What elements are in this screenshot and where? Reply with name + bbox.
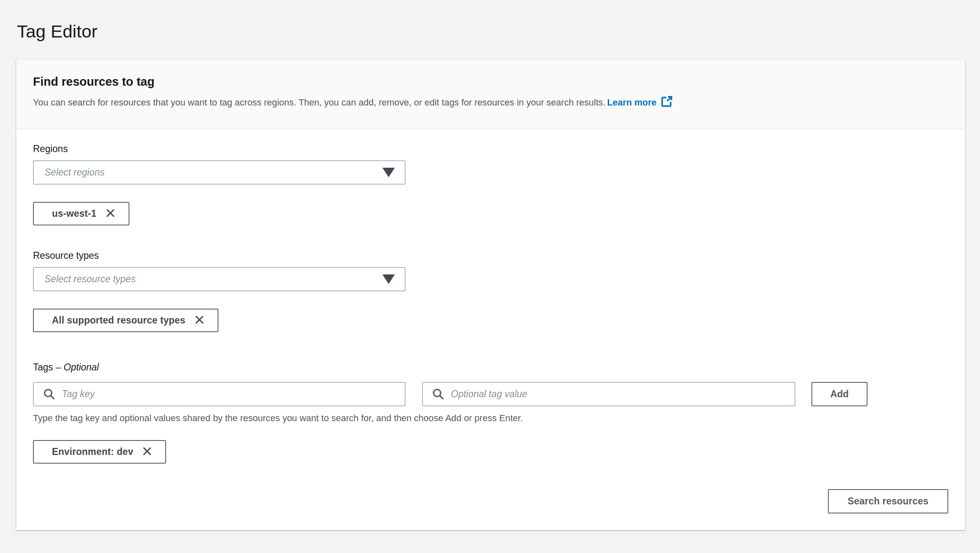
tags-helper-text: Type the tag key and optional values sha… <box>33 413 948 424</box>
regions-selected-chips: us-west-1 <box>33 202 948 225</box>
tags-input-row: Add <box>33 382 948 406</box>
resource-types-select-placeholder: Select resource types <box>45 274 136 285</box>
add-tag-button[interactable]: Add <box>811 382 867 406</box>
search-icon <box>43 388 55 400</box>
chevron-down-icon <box>382 274 395 284</box>
panel-body: Regions Select regions us-west-1 Resourc… <box>16 129 965 530</box>
tag-key-input[interactable] <box>62 389 396 400</box>
tag-value-field <box>422 382 795 406</box>
resource-type-chip-remove-button[interactable] <box>194 314 205 327</box>
region-chip-label: us-west-1 <box>52 208 96 219</box>
panel-header: Find resources to tag You can search for… <box>16 60 965 129</box>
resource-types-selected-chips: All supported resource types <box>33 309 948 332</box>
tag-chip-label: Environment: dev <box>52 446 133 457</box>
resource-types-section: Resource types Select resource types All… <box>33 250 948 332</box>
close-icon <box>141 445 153 458</box>
description-text: You can search for resources that you wa… <box>33 97 605 108</box>
region-chip: us-west-1 <box>33 202 129 225</box>
learn-more-link[interactable]: Learn more <box>607 97 673 108</box>
search-resources-button[interactable]: Search resources <box>828 489 948 513</box>
external-link-icon <box>661 95 673 111</box>
find-resources-panel: Find resources to tag You can search for… <box>16 60 965 530</box>
tags-section: Tags – Optional Add Type the tag key and… <box>33 362 948 464</box>
page-title: Tag Editor <box>0 0 980 42</box>
panel-footer: Search resources <box>33 489 948 513</box>
tags-label: Tags – Optional <box>33 362 948 373</box>
panel-header-description: You can search for resources that you wa… <box>33 95 948 111</box>
tags-selected-chips: Environment: dev <box>33 440 948 464</box>
resource-types-select[interactable]: Select resource types <box>33 267 406 291</box>
region-chip-remove-button[interactable] <box>105 207 116 220</box>
chevron-down-icon <box>382 168 395 177</box>
panel-header-title: Find resources to tag <box>33 75 948 89</box>
regions-select[interactable]: Select regions <box>33 160 406 185</box>
close-icon <box>105 207 116 220</box>
tag-chip-remove-button[interactable] <box>141 445 153 458</box>
resource-type-chip: All supported resource types <box>33 309 218 332</box>
close-icon <box>194 314 205 327</box>
regions-select-placeholder: Select regions <box>45 167 105 178</box>
regions-section: Regions Select regions us-west-1 <box>33 143 948 225</box>
tags-label-optional: Optional <box>63 362 99 373</box>
tag-key-field <box>33 382 406 406</box>
tag-chip: Environment: dev <box>33 440 166 464</box>
resource-types-label: Resource types <box>33 250 948 261</box>
regions-label: Regions <box>33 143 948 155</box>
search-icon <box>432 388 444 400</box>
tag-value-input[interactable] <box>451 389 786 400</box>
resource-type-chip-label: All supported resource types <box>52 315 185 326</box>
